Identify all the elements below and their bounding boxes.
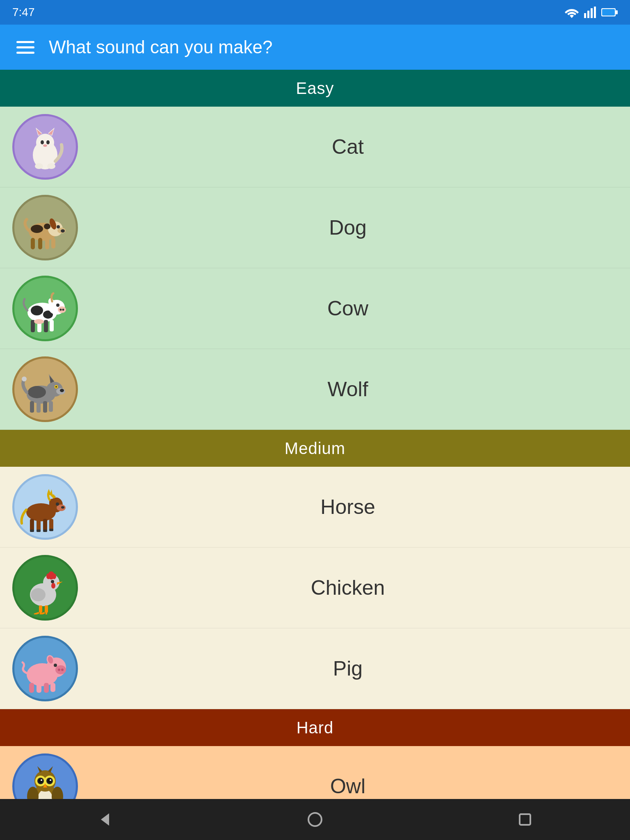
avatar-dog [12, 195, 78, 260]
wifi-icon [564, 7, 579, 18]
svg-point-29 [44, 224, 50, 229]
svg-point-62 [61, 506, 64, 509]
svg-rect-67 [49, 519, 53, 530]
wolf-illustration [18, 363, 72, 416]
svg-rect-96 [37, 683, 41, 693]
animal-row-horse[interactable]: Horse [0, 467, 630, 548]
animal-row-cow[interactable]: Cow [0, 268, 630, 349]
avatar-wolf [12, 356, 78, 422]
bottom-navigation [0, 799, 630, 840]
svg-point-17 [47, 163, 55, 169]
animal-name-owl: Owl [78, 774, 618, 798]
svg-rect-70 [43, 530, 47, 532]
svg-rect-6 [602, 9, 615, 16]
section-header-medium: Medium [0, 430, 630, 467]
svg-point-91 [61, 669, 64, 671]
horse-illustration [18, 480, 72, 534]
svg-point-8 [36, 134, 54, 152]
svg-point-77 [52, 573, 56, 579]
svg-point-22 [57, 225, 60, 228]
animal-row-pig[interactable]: Pig [0, 628, 630, 709]
svg-point-109 [48, 779, 52, 783]
avatar-pig [12, 636, 78, 701]
svg-point-73 [31, 588, 46, 601]
svg-point-111 [50, 779, 51, 781]
animal-row-owl[interactable]: Owl [0, 746, 630, 799]
svg-point-37 [56, 304, 59, 307]
animal-name-horse: Horse [78, 495, 618, 519]
svg-rect-64 [30, 519, 34, 531]
svg-rect-123 [520, 814, 530, 825]
animal-row-dog[interactable]: Dog [0, 187, 630, 268]
time-display: 7:47 [12, 6, 35, 19]
home-button[interactable] [301, 805, 329, 834]
svg-point-90 [58, 669, 60, 671]
svg-rect-53 [30, 401, 34, 413]
svg-point-63 [56, 502, 59, 506]
svg-rect-41 [44, 320, 48, 332]
recent-button[interactable] [511, 805, 539, 834]
menu-button[interactable] [16, 41, 34, 54]
hamburger-line-3 [16, 52, 34, 54]
section-header-easy: Easy [0, 70, 630, 107]
svg-rect-98 [50, 683, 55, 692]
app-title: What sound can you make? [49, 37, 272, 57]
animal-row-chicken[interactable]: Chicken [0, 548, 630, 628]
animal-row-cat[interactable]: Cat [0, 107, 630, 187]
hamburger-line-2 [16, 46, 34, 48]
battery-icon [601, 7, 618, 17]
pig-illustration [18, 642, 72, 695]
cat-illustration [18, 120, 72, 173]
home-icon [307, 811, 323, 828]
svg-rect-42 [50, 320, 54, 331]
svg-rect-82 [45, 605, 48, 613]
svg-rect-65 [37, 519, 41, 531]
svg-rect-81 [39, 605, 42, 613]
avatar-chicken [12, 555, 78, 621]
svg-rect-2 [591, 8, 593, 18]
svg-point-45 [28, 386, 46, 398]
svg-point-14 [46, 140, 50, 144]
owl-illustration [18, 760, 72, 799]
svg-point-34 [58, 306, 66, 313]
svg-point-35 [60, 309, 62, 311]
svg-point-122 [308, 813, 322, 826]
svg-rect-1 [587, 11, 589, 18]
avatar-horse [12, 474, 78, 540]
status-bar: 7:47 [0, 0, 630, 25]
svg-point-50 [55, 386, 57, 388]
svg-rect-25 [38, 238, 42, 249]
status-bar-left: 7:47 [12, 6, 35, 19]
chicken-illustration [18, 561, 72, 614]
svg-point-28 [31, 225, 43, 233]
svg-point-78 [51, 583, 55, 589]
signal-icon [584, 7, 596, 18]
svg-point-36 [62, 309, 64, 311]
svg-point-31 [31, 306, 43, 315]
svg-rect-66 [43, 519, 47, 531]
svg-point-43 [34, 319, 44, 324]
avatar-cow [12, 276, 78, 341]
cow-illustration [18, 282, 72, 335]
dog-illustration [18, 201, 72, 254]
svg-point-89 [55, 665, 66, 674]
animal-name-pig: Pig [78, 657, 618, 680]
svg-rect-5 [616, 10, 618, 14]
animal-row-wolf[interactable]: Wolf [0, 349, 630, 430]
animal-name-chicken: Chicken [78, 576, 618, 600]
status-bar-right [564, 7, 618, 18]
svg-point-16 [35, 163, 43, 169]
svg-point-21 [61, 229, 65, 233]
svg-point-76 [46, 573, 50, 579]
svg-point-48 [60, 389, 64, 392]
svg-rect-26 [45, 238, 49, 249]
svg-rect-54 [37, 401, 41, 413]
svg-rect-0 [584, 13, 586, 18]
svg-rect-24 [31, 238, 35, 249]
svg-point-15 [43, 144, 47, 147]
svg-rect-95 [29, 683, 34, 693]
back-button[interactable] [91, 805, 119, 834]
animal-name-dog: Dog [78, 216, 618, 240]
app-bar: What sound can you make? [0, 25, 630, 70]
svg-point-92 [54, 664, 57, 667]
